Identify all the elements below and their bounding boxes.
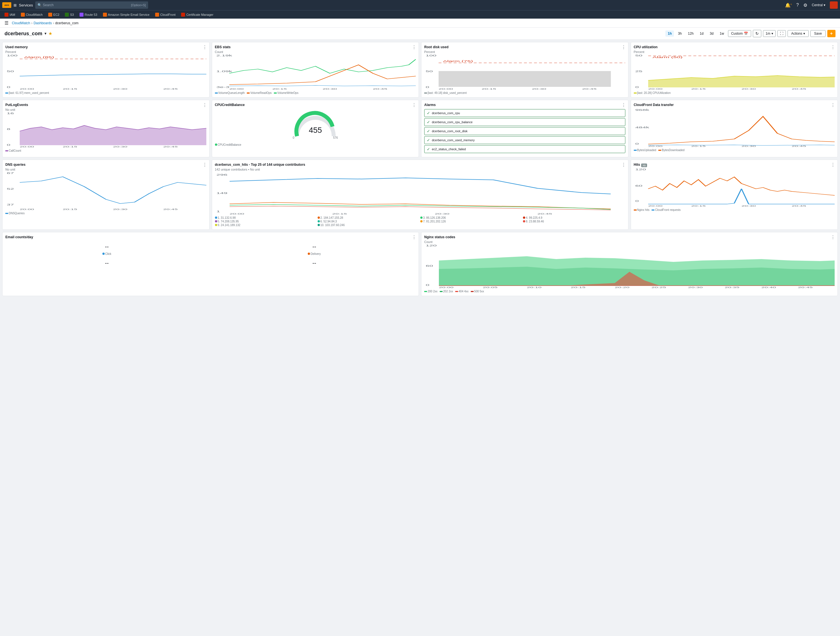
cloudfront-data-transfer-menu[interactable]: ⋮ [831,102,835,108]
svg-text:20:20: 20:20 [615,286,630,289]
svg-text:20:00: 20:00 [20,145,34,148]
search-input[interactable] [43,3,131,7]
alarm-item-cpu-balance[interactable]: ✓ dcerberus_com_cpu_balance [424,118,625,126]
svg-text:100: 100 [7,54,17,57]
dcerberus-hits-legend: 1. 31.132.6.98 2. 184.147.155.28 3. 86.1… [215,216,625,227]
cpu-util-menu[interactable]: ⋮ [831,44,835,50]
alarms-menu[interactable]: ⋮ [621,102,626,108]
svg-text:0: 0 [635,86,639,88]
widget-ebs-stats: EBS stats ⋮ Count 2.19k 1.09k 3e-3 20:00… [212,42,419,98]
used-memory-menu[interactable]: ⋮ [202,44,207,50]
title-dropdown-icon[interactable]: ▾ [44,31,46,36]
service-item-cert-manager[interactable]: Certificate Manager [179,12,215,17]
interval-button[interactable]: 1m ▾ [763,30,776,37]
alarm-label-root-disk: dcerberus_com_root_disk [432,129,468,133]
alarm-item-root-disk[interactable]: ✓ dcerberus_com_root_disk [424,127,625,135]
apps-button[interactable]: ⊞ [14,3,17,7]
time-12h-button[interactable]: 12h [686,30,696,37]
breadcrumb-sep-2: › [53,21,54,25]
svg-text:20:45: 20:45 [791,205,806,207]
refresh-button[interactable]: ↻ [753,30,761,37]
search-icon: 🔍 [38,3,42,7]
service-item-ec2[interactable]: EC2 [46,12,62,17]
hits-menu[interactable]: ⋮ [831,162,835,167]
widget-cpu-credit: CPUCreditBalance ⋮ 455 0 576 CPUCreditBa… [212,100,419,157]
actions-dropdown-icon: ▾ [803,31,805,36]
time-1h-button[interactable]: 1h [665,30,674,37]
breadcrumb-sep-1: › [31,21,32,25]
time-3d-button[interactable]: 3d [707,30,715,37]
svg-text:Alarm (50): Alarm (50) [652,56,683,59]
email-counts-menu[interactable]: ⋮ [412,235,416,240]
service-item-iam[interactable]: IAM [2,12,17,17]
widget-hits: Hits xa ⋮ 120 60 0 20:00 20:15 20:30 20:… [631,159,838,230]
custom-time-button[interactable]: Custom 📅 [728,30,751,37]
nginx-status-menu[interactable]: ⋮ [831,235,835,240]
iam-icon [5,13,8,17]
alarm-item-ec2-status[interactable]: ✓ ec2_status_check_failed [424,145,625,153]
service-item-cloudwatch[interactable]: CloudWatch [19,12,45,17]
alarm-item-used-memory[interactable]: ✓ dcerberus_com_used_memory [424,136,625,144]
add-widget-button[interactable]: + [827,30,835,37]
put-log-events-menu[interactable]: ⋮ [202,102,207,108]
alarm-ok-icon-cpu-balance: ✓ [427,120,430,124]
search-hint: [Option+S] [131,3,146,7]
service-item-s3[interactable]: S3 [63,12,76,17]
dcerberus-hits-title: dcerberus_com_hits - Top 25 of 144 uniqu… [215,163,625,167]
svg-text:1.09k: 1.09k [216,70,232,73]
widget-root-disk: Root disk used ⋮ Percent 100 50 0 Alarm … [421,42,628,98]
alarm-label-cpu-balance: dcerberus_com_cpu_balance [432,120,472,124]
search-bar[interactable]: 🔍 [Option+S] [35,2,148,9]
cpu-util-title: CPU utilization [634,45,835,49]
ebs-stats-menu[interactable]: ⋮ [412,44,416,50]
hits-badge: xa [641,164,647,167]
svg-text:0: 0 [7,86,10,88]
title-star-icon[interactable]: ★ [49,31,52,36]
svg-text:20:10: 20:10 [527,286,542,289]
put-log-events-chart: 16 8 0 20:00 20:15 20:30 20:45 [5,111,207,148]
svg-text:60: 60 [635,184,642,187]
cpu-credit-menu[interactable]: ⋮ [412,102,416,108]
svg-text:20:15: 20:15 [272,88,287,90]
alarm-ok-icon-root-disk: ✓ [427,129,430,133]
svg-text:20:15: 20:15 [332,213,347,215]
alarm-item-cpu[interactable]: ✓ dcerberus_com_cpu [424,109,625,117]
email-delivery-value: -- [213,244,416,250]
svg-text:20:00: 20:00 [648,205,662,207]
notification-icon[interactable]: 🔔0 [785,3,792,8]
service-item-ses[interactable]: Amazon Simple Email Service [101,12,152,17]
cert-manager-icon [181,13,185,17]
breadcrumb-cloudwatch[interactable]: CloudWatch [12,21,30,25]
service-item-cloudfront[interactable]: CloudFront [153,12,178,17]
svg-text:52: 52 [7,187,14,190]
apps-grid-icon: ⊞ [14,3,17,7]
cpu-credit-legend: CPUCreditBalance [215,143,416,146]
dns-queries-menu[interactable]: ⋮ [202,162,207,167]
dcerberus-hits-menu[interactable]: ⋮ [621,162,626,167]
time-3h-button[interactable]: 3h [676,30,684,37]
svg-text:Alarm (85): Alarm (85) [24,56,54,59]
save-button[interactable]: Save [810,30,825,37]
actions-button[interactable]: Actions ▾ [788,30,809,37]
fullscreen-button[interactable]: ⛶ [777,30,786,37]
email-counts-title: Email counts/day [5,235,416,239]
svg-text:20:00: 20:00 [229,213,244,215]
help-icon[interactable]: ? [796,3,799,8]
root-disk-menu[interactable]: ⋮ [621,44,626,50]
used-memory-chart: 100 50 0 Alarm (85) 20:00 20:15 20:30 20… [5,54,207,90]
time-1w-button[interactable]: 1w [718,30,726,37]
services-button[interactable]: Services [19,3,33,7]
interval-dropdown-icon: ▾ [772,31,773,36]
svg-text:20:40: 20:40 [761,286,776,289]
svg-text:0: 0 [426,86,429,88]
widget-cloudfront-data-transfer: CloudFront Data transfer ⋮ 968k 484k 0 2… [631,100,838,157]
region-selector[interactable]: Central ▾ [812,3,825,7]
alert-button[interactable] [830,2,838,9]
time-1d-button[interactable]: 1d [698,30,706,37]
settings-icon[interactable]: ⚙ [803,3,807,8]
root-disk-ylabel: Percent [424,50,625,54]
breadcrumb-dashboards[interactable]: Dashboards [33,21,52,25]
menu-hamburger[interactable]: ☰ [5,20,8,26]
alarms-list: ✓ dcerberus_com_cpu ✓ dcerberus_com_cpu_… [424,109,625,153]
service-item-route53[interactable]: Route 53 [77,12,99,17]
